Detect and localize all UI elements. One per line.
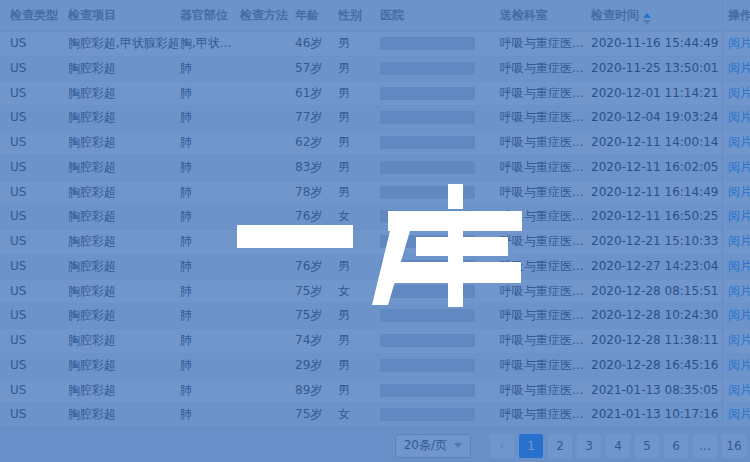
view-image-link[interactable]: 阅片 [728, 234, 750, 248]
table-row: US 胸腔彩超 肺 62岁 男 呼吸与重症医... 2020-12-11 14:… [0, 131, 750, 156]
page-button-3[interactable]: 3 [577, 434, 601, 458]
cell-department: 呼吸与重症医... [500, 354, 590, 377]
cell-age: 78岁 [295, 181, 335, 204]
view-image-link[interactable]: 阅片 [728, 383, 750, 397]
cell-gender: 男 [338, 304, 377, 327]
cell-department: 呼吸与重症医... [500, 82, 590, 105]
cell-gender: 女 [338, 280, 377, 303]
table-row: US 胸腔彩超 肺 75岁 女 呼吸与重症医... 2020-12-28 08:… [0, 280, 750, 305]
cell-exam-item: 胸腔彩超 [68, 156, 178, 179]
cell-gender: 女 [338, 403, 377, 426]
column-header-method: 检查方法 [240, 0, 293, 31]
cell-organ: 肺 [180, 57, 237, 80]
cell-exam-type: US [10, 82, 64, 105]
cell-department: 呼吸与重症医... [500, 329, 590, 352]
column-header-exam-time[interactable]: 检查时间 [591, 0, 723, 31]
table-row: US 胸腔彩超 肺 78岁 男 呼吸与重症医... 2020-12-11 16:… [0, 181, 750, 206]
redacted-hospital-name [380, 37, 475, 50]
view-image-link[interactable]: 阅片 [728, 61, 750, 75]
cell-exam-time: 2021-01-13 08:35:05 [591, 379, 723, 402]
cell-hospital [380, 304, 497, 330]
redacted-hospital-name [380, 87, 475, 100]
cell-actions: 阅片 [728, 32, 750, 55]
table-row: US 胸腔彩超 肺 75岁 女 呼吸与重症医... 2021-01-13 10:… [0, 403, 750, 428]
cell-exam-type: US [10, 57, 64, 80]
cell-department: 呼吸与重症医... [500, 403, 590, 426]
cell-exam-item: 胸腔彩超,甲状腺彩超 [68, 32, 178, 55]
page-button-5[interactable]: 5 [635, 434, 659, 458]
cell-gender: 男 [338, 32, 377, 55]
cell-organ: 肺 [180, 131, 237, 154]
sort-carets[interactable] [643, 13, 651, 25]
cell-exam-type: US [10, 379, 64, 402]
cell-gender: 男 [338, 379, 377, 402]
cell-department: 呼吸与重症医... [500, 230, 590, 253]
cell-exam-type: US [10, 230, 64, 253]
view-image-link[interactable]: 阅片 [728, 160, 750, 174]
cell-organ: 肺 [180, 156, 237, 179]
sort-asc-icon[interactable] [643, 13, 651, 18]
cell-exam-item: 胸腔彩超 [68, 304, 178, 327]
cell-age: 61岁 [295, 82, 335, 105]
sort-desc-icon[interactable] [643, 20, 651, 25]
cell-hospital [380, 379, 497, 405]
cell-organ: 肺 [180, 181, 237, 204]
page-button-4[interactable]: 4 [606, 434, 630, 458]
redacted-hospital-name [380, 384, 475, 397]
page-button-1[interactable]: 1 [519, 434, 543, 458]
cell-exam-item: 胸腔彩超 [68, 379, 178, 402]
redacted-hospital-name [380, 309, 475, 322]
cell-actions: 阅片 [728, 230, 750, 253]
page-button-6[interactable]: 6 [664, 434, 688, 458]
cell-organ: 肺 [180, 82, 237, 105]
view-image-link[interactable]: 阅片 [728, 185, 750, 199]
cell-actions: 阅片 [728, 255, 750, 278]
cell-gender: 男 [338, 131, 377, 154]
cell-department: 呼吸与重症医... [500, 106, 590, 129]
view-image-link[interactable]: 阅片 [728, 110, 750, 124]
cell-age: 29岁 [295, 354, 335, 377]
cell-actions: 阅片 [728, 379, 750, 402]
cell-exam-item: 胸腔彩超 [68, 230, 178, 253]
table-row: US 胸腔彩超 肺 76岁 男 呼吸与重症医... 2020-12-27 14:… [0, 255, 750, 280]
cell-actions: 阅片 [728, 156, 750, 179]
cell-organ: 肺 [180, 205, 237, 228]
cell-gender: 男 [338, 106, 377, 129]
cell-department: 呼吸与重症医... [500, 205, 590, 228]
cell-age: 76岁 [295, 255, 335, 278]
prev-page-button[interactable]: ‹ [490, 434, 514, 458]
view-image-link[interactable]: 阅片 [728, 259, 750, 273]
cell-actions: 阅片 [728, 82, 750, 105]
view-image-link[interactable]: 阅片 [728, 86, 750, 100]
redacted-hospital-name [380, 210, 475, 223]
view-image-link[interactable]: 阅片 [728, 284, 750, 298]
cell-department: 呼吸与重症医... [500, 280, 590, 303]
cell-actions: 阅片 [728, 131, 750, 154]
view-image-link[interactable]: 阅片 [728, 36, 750, 50]
cell-hospital [380, 82, 497, 108]
cell-hospital [380, 181, 497, 207]
cell-actions: 阅片 [728, 304, 750, 327]
cell-hospital [380, 57, 497, 83]
table-row: US 胸腔彩超,甲状腺彩超 胸,甲状... 46岁 男 呼吸与重症医... 20… [0, 32, 750, 57]
redacted-hospital-name [380, 359, 475, 372]
actions-column-divider [722, 0, 723, 428]
page-size-select[interactable]: 20条/页 [395, 434, 471, 458]
cell-exam-item: 胸腔彩超 [68, 131, 178, 154]
view-image-link[interactable]: 阅片 [728, 209, 750, 223]
cell-gender: 男 [338, 156, 377, 179]
cell-age: 74岁 [295, 329, 335, 352]
view-image-link[interactable]: 阅片 [728, 358, 750, 372]
page-button-2[interactable]: 2 [548, 434, 572, 458]
view-image-link[interactable]: 阅片 [728, 308, 750, 322]
ellipsis-page-button[interactable]: ... [693, 434, 717, 458]
table-body: US 胸腔彩超,甲状腺彩超 胸,甲状... 46岁 男 呼吸与重症医... 20… [0, 32, 750, 428]
cell-organ: 肺 [180, 304, 237, 327]
view-image-link[interactable]: 阅片 [728, 333, 750, 347]
view-image-link[interactable]: 阅片 [728, 135, 750, 149]
redacted-hospital-name [380, 186, 475, 199]
page-button-16[interactable]: 16 [722, 434, 746, 458]
view-image-link[interactable]: 阅片 [728, 407, 750, 421]
cell-exam-type: US [10, 354, 64, 377]
cell-exam-time: 2020-11-16 15:44:49 [591, 32, 723, 55]
